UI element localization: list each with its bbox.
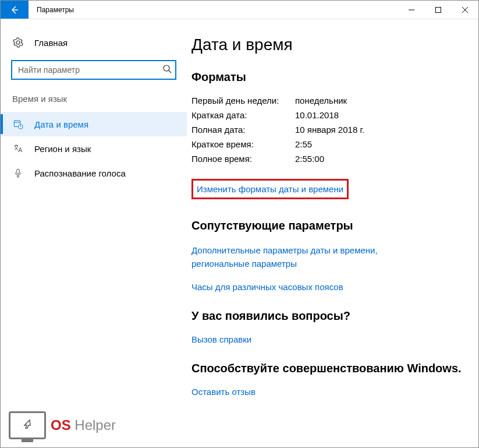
minimize-icon xyxy=(409,7,414,13)
search-wrap xyxy=(11,60,176,80)
formats-table: Первый день недели:понедельник Краткая д… xyxy=(191,93,467,166)
format-row: Полная дата:10 января 2018 г. xyxy=(191,122,467,137)
sidebar-item-label: Дата и время xyxy=(34,119,88,129)
sidebar-category: Время и язык xyxy=(1,94,187,112)
format-row: Краткая дата:10.01.2018 xyxy=(191,108,467,122)
format-value: 10.01.2018 xyxy=(295,110,339,120)
gear-icon xyxy=(12,37,24,48)
sidebar-item-date-time[interactable]: Дата и время xyxy=(1,112,187,136)
format-value: 10 января 2018 г. xyxy=(295,125,364,135)
sidebar-item-label: Регион и язык xyxy=(34,144,91,154)
home-nav[interactable]: Главная xyxy=(1,31,187,54)
help-link[interactable]: Вызов справки xyxy=(191,332,251,347)
calendar-clock-icon xyxy=(12,119,24,129)
format-row: Краткое время:2:55 xyxy=(191,137,467,151)
sidebar-item-label: Распознавание голоса xyxy=(34,168,126,178)
svg-rect-4 xyxy=(17,169,20,174)
highlighted-link-frame: Изменить форматы даты и времени xyxy=(191,179,349,199)
watermark-helper: Helper xyxy=(74,417,116,433)
format-key: Полное время: xyxy=(191,154,295,164)
related-heading: Сопутствующие параметры xyxy=(191,219,467,232)
watermark-os: OS xyxy=(51,417,71,433)
minimize-button[interactable] xyxy=(398,1,425,19)
window-title: Параметры xyxy=(29,1,398,19)
formats-heading: Форматы xyxy=(191,70,467,84)
close-button[interactable] xyxy=(452,1,478,19)
format-key: Краткая дата: xyxy=(191,110,295,120)
change-formats-link[interactable]: Изменить форматы даты и времени xyxy=(197,182,343,196)
format-value: 2:55:00 xyxy=(295,154,324,164)
monitor-icon xyxy=(9,411,46,439)
feedback-link[interactable]: Оставить отзыв xyxy=(191,384,256,399)
questions-heading: У вас появились вопросы? xyxy=(191,309,467,323)
format-row: Первый день недели:понедельник xyxy=(191,93,467,108)
search-icon xyxy=(162,64,172,76)
format-key: Полная дата: xyxy=(191,125,295,135)
close-icon xyxy=(462,7,468,13)
format-value: 2:55 xyxy=(295,139,312,149)
language-icon xyxy=(12,143,24,154)
back-button[interactable] xyxy=(1,1,29,19)
format-key: Краткое время: xyxy=(191,139,295,149)
format-row: Полное время:2:55:00 xyxy=(191,151,467,166)
watermark-text: OS Helper xyxy=(51,417,116,433)
title-bar: Параметры xyxy=(1,1,478,19)
maximize-icon xyxy=(435,7,441,13)
maximize-button[interactable] xyxy=(425,1,452,19)
microphone-icon xyxy=(12,168,24,178)
format-value: понедельник xyxy=(295,96,347,105)
main-content: Дата и время Форматы Первый день недели:… xyxy=(187,19,478,447)
svg-rect-0 xyxy=(436,7,441,12)
format-key: Первый день недели: xyxy=(191,96,295,105)
related-link-clocks[interactable]: Часы для различных часовых поясов xyxy=(191,280,343,294)
page-title: Дата и время xyxy=(191,36,467,54)
search-input[interactable] xyxy=(11,60,176,80)
feedback-heading: Способствуйте совершенствованию Windows. xyxy=(191,362,467,375)
sidebar-item-region-language[interactable]: Регион и язык xyxy=(1,136,187,161)
watermark: OS Helper xyxy=(9,411,116,439)
sidebar-item-speech[interactable]: Распознавание голоса xyxy=(1,161,187,185)
home-label: Главная xyxy=(34,38,68,48)
related-link-additional[interactable]: Дополнительные параметры даты и времени,… xyxy=(191,242,436,273)
svg-point-1 xyxy=(164,65,169,71)
cursor-icon xyxy=(22,418,33,432)
sidebar: Главная Время и язык Дата и время Регион… xyxy=(1,19,187,447)
arrow-left-icon xyxy=(10,5,19,15)
